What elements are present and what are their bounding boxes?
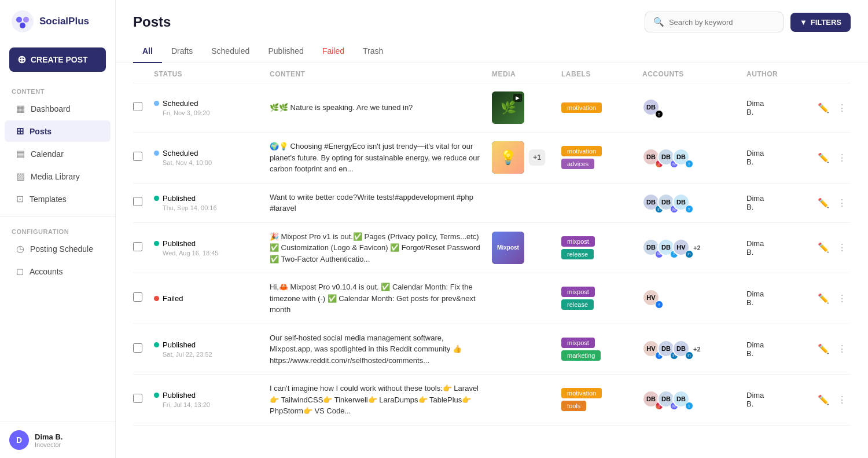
user-profile[interactable]: D Dima B. Inovector <box>0 422 115 458</box>
sidebar-item-accounts[interactable]: ◻ Accounts <box>5 261 111 282</box>
sidebar-item-posts[interactable]: ⊞ Posts <box>5 120 111 142</box>
edit-button[interactable]: ✏️ <box>816 101 831 115</box>
row-checkbox[interactable] <box>133 292 142 302</box>
status-cell: Scheduled Sat, Nov 4, 10:00 <box>154 149 270 166</box>
calendar-icon: ▤ <box>16 148 25 159</box>
row-checkbox-col <box>133 197 154 208</box>
create-post-button[interactable]: ⊕ CREATE POST <box>9 47 106 72</box>
tab-failed[interactable]: Failed <box>313 42 354 63</box>
more-button[interactable]: ⋮ <box>836 101 848 115</box>
status-date: Sat, Nov 4, 10:00 <box>154 159 270 166</box>
edit-button[interactable]: ✏️ <box>816 393 831 407</box>
content-cell: 🌍💡 Choosing #EnergyEco isn't just trendy… <box>270 141 492 175</box>
dashboard-icon: ▦ <box>16 103 25 114</box>
col-author-header: Author <box>746 70 816 78</box>
status-badge: Published <box>154 391 270 400</box>
create-post-label: CREATE POST <box>31 55 88 64</box>
table-row: Scheduled Sat, Nov 4, 10:00 🌍💡 Choosing … <box>133 133 851 184</box>
table-row: Scheduled Fri, Nov 3, 09:20 🌿🌿 Nature is… <box>133 83 851 133</box>
status-date: Fri, Nov 3, 09:20 <box>154 109 270 116</box>
edit-button[interactable]: ✏️ <box>816 240 831 255</box>
row-checkbox[interactable] <box>133 343 142 353</box>
status-cell: Published Sat, Jul 22, 23:52 <box>154 340 270 358</box>
more-button[interactable]: ⋮ <box>836 393 848 407</box>
actions-cell: ✏️ ⋮ <box>816 151 851 165</box>
table-row: Published Thu, Sep 14, 00:16 Want to wri… <box>133 184 851 223</box>
logo: SocialPlus <box>0 0 115 43</box>
sidebar-item-dashboard[interactable]: ▦ Dashboard <box>5 98 111 119</box>
main-content: Posts 🔍 ▼ FILTERS All Drafts Scheduled P… <box>116 0 868 458</box>
tab-trash[interactable]: Trash <box>354 42 392 63</box>
label-pill: release <box>561 299 594 310</box>
actions-cell: ✏️ ⋮ <box>816 393 851 407</box>
account-avatar-wrap: HV f <box>642 289 661 307</box>
status-text: Scheduled <box>163 99 198 108</box>
content-cell: Our self-hosted social media management … <box>270 332 492 367</box>
status-dot <box>154 342 159 347</box>
status-dot <box>154 393 159 398</box>
account-avatar-wrap: HV in <box>672 239 691 257</box>
more-button[interactable]: ⋮ <box>836 151 848 165</box>
status-cell: Published Fri, Jul 14, 13:20 <box>154 391 270 408</box>
row-checkbox[interactable] <box>133 242 142 251</box>
tab-scheduled[interactable]: Scheduled <box>202 42 259 63</box>
media-thumb: Mixpost <box>492 232 524 264</box>
author-cell: DimaB. <box>746 149 816 166</box>
svg-point-2 <box>23 17 29 23</box>
twitter-icon: T <box>685 205 693 213</box>
edit-button[interactable]: ✏️ <box>816 196 831 210</box>
more-button[interactable]: ⋮ <box>836 342 848 356</box>
content-cell: Hi,🦀 Mixpost Pro v0.10.4 is out. ✅ Calen… <box>270 281 492 316</box>
search-box[interactable]: 🔍 <box>645 12 784 32</box>
status-badge: Published <box>154 239 270 248</box>
page-title: Posts <box>133 14 171 30</box>
more-button[interactable]: ⋮ <box>836 196 848 210</box>
actions-cell: ✏️ ⋮ <box>816 240 851 255</box>
sidebar-item-label: Templates <box>30 195 67 204</box>
accounts-cell: HV f DB in DB in +2 <box>642 340 746 358</box>
svg-point-0 <box>12 10 34 32</box>
sidebar-item-calendar[interactable]: ▤ Calendar <box>5 143 111 164</box>
sidebar-item-label: Posting Schedule <box>30 244 93 254</box>
row-checkbox[interactable] <box>133 102 142 111</box>
sidebar-item-templates[interactable]: ⊡ Templates <box>5 188 111 210</box>
posts-table: Status Content Media Labels Accounts Aut… <box>116 63 868 458</box>
more-button[interactable]: ⋮ <box>836 240 848 255</box>
media-library-icon: ▨ <box>16 171 25 182</box>
tab-published[interactable]: Published <box>259 42 313 63</box>
col-actions-header <box>816 70 851 78</box>
table-row: Published Fri, Jul 14, 13:20 I can't ima… <box>133 375 851 426</box>
accounts-cell: DB T <box>642 98 746 117</box>
filters-button[interactable]: ▼ FILTERS <box>790 13 851 32</box>
search-input[interactable] <box>669 18 775 27</box>
media-cell: Mixpost <box>492 232 561 264</box>
col-media-header: Media <box>492 70 561 78</box>
tab-drafts[interactable]: Drafts <box>162 42 202 63</box>
row-checkbox[interactable] <box>133 394 142 403</box>
sidebar-item-label: Dashboard <box>31 104 71 113</box>
logo-text: SocialPlus <box>39 16 89 27</box>
actions-cell: ✏️ ⋮ <box>816 196 851 210</box>
accounts-icon: ◻ <box>16 266 24 277</box>
row-checkbox-col <box>133 102 154 113</box>
sidebar-item-label: Posts <box>30 127 52 136</box>
edit-button[interactable]: ✏️ <box>816 291 831 306</box>
row-checkbox[interactable] <box>133 197 142 206</box>
status-date: Thu, Sep 14, 00:16 <box>154 204 270 211</box>
status-cell: Published Thu, Sep 14, 00:16 <box>154 194 270 211</box>
status-badge: Scheduled <box>154 99 270 108</box>
edit-button[interactable]: ✏️ <box>816 342 831 356</box>
more-button[interactable]: ⋮ <box>836 291 848 306</box>
sidebar-item-posting-schedule[interactable]: ◷ Posting Schedule <box>5 238 111 259</box>
row-checkbox[interactable] <box>133 152 142 161</box>
account-avatar-wrap: DB in <box>672 340 691 358</box>
sidebar-item-media-library[interactable]: ▨ Media Library <box>5 166 111 187</box>
tab-all[interactable]: All <box>133 42 162 63</box>
status-cell: Published Wed, Aug 16, 18:45 <box>154 239 270 257</box>
edit-button[interactable]: ✏️ <box>816 151 831 165</box>
accounts-cell: HV f <box>642 289 746 307</box>
user-sub: Inovector <box>35 441 62 448</box>
user-name: Dima B. <box>35 433 62 441</box>
content-cell: I can't imagine how I could work without… <box>270 383 492 417</box>
twitter-icon: T <box>685 160 693 168</box>
